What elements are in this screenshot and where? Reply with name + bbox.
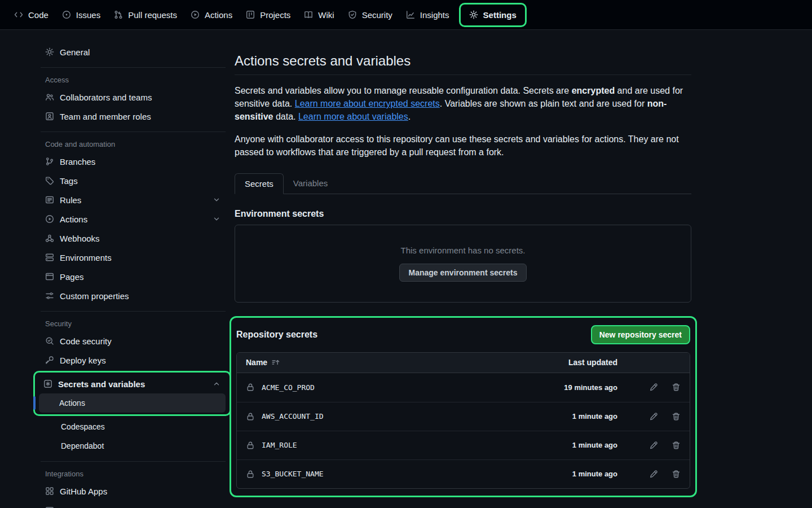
secret-name-cell: ACME_CO_PROD	[246, 383, 522, 392]
table-row: AWS_ACCOUNT_ID 1 minute ago	[237, 402, 690, 431]
environment-empty-text: This environment has no secrets.	[401, 246, 526, 255]
tab-security[interactable]: Security	[342, 5, 399, 25]
delete-secret-button[interactable]	[672, 470, 681, 479]
codescan-icon	[45, 336, 54, 345]
play-icon	[45, 214, 54, 224]
row-actions	[617, 412, 681, 421]
last-updated-column-header: Last updated	[522, 358, 617, 367]
sidebar-item-webhooks[interactable]: Webhooks	[41, 229, 226, 248]
lock-icon	[246, 383, 255, 392]
variables-link[interactable]: Learn more about variables	[298, 112, 408, 121]
sidebar-subitem-actions[interactable]: Actions	[39, 393, 226, 413]
sidebar-item-label: GitHub Apps	[60, 487, 107, 496]
sidebar-item-label: Dependabot	[61, 441, 104, 450]
tab-issues[interactable]: Issues	[56, 5, 107, 25]
sidebar-item-branches[interactable]: Branches	[41, 152, 226, 171]
sidebar-item-deploy-keys[interactable]: Deploy keys	[41, 351, 226, 370]
page-title: Actions secrets and variables	[235, 53, 691, 75]
sidebar-item-rules[interactable]: Rules	[41, 190, 226, 209]
new-repository-secret-button[interactable]: New repository secret	[591, 325, 690, 344]
encrypted-secrets-link[interactable]: Learn more about encrypted secrets	[295, 99, 440, 108]
sidebar-item-label: Environments	[60, 253, 112, 262]
book-icon	[304, 10, 313, 19]
mail-icon	[45, 506, 54, 508]
sidebar-item-label: Actions	[60, 214, 87, 224]
sidebar-item-label: Code security	[60, 336, 112, 346]
sidebar-divider	[41, 461, 226, 462]
sidebar-subitem-codespaces[interactable]: Codespaces	[41, 417, 226, 436]
tab-label: Pull requests	[128, 10, 177, 20]
sidebar-item-label: Secrets and variables	[58, 379, 145, 389]
sidebar-item-collaborators[interactable]: Collaborators and teams	[41, 87, 226, 107]
sidebar-item-label: Deploy keys	[60, 356, 106, 365]
sidebar-item-pages[interactable]: Pages	[41, 267, 226, 286]
sidebar-item-team-member-roles[interactable]: Team and member roles	[41, 107, 226, 126]
tag-icon	[45, 176, 54, 185]
code-icon	[14, 10, 23, 19]
edit-secret-button[interactable]	[649, 470, 658, 479]
sidebar-item-tags[interactable]: Tags	[41, 171, 226, 190]
sidebar-section-code-automation: Code and automation	[41, 140, 226, 148]
edit-secret-button[interactable]	[649, 383, 658, 392]
delete-secret-button[interactable]	[672, 441, 681, 450]
tab-label: Settings	[483, 10, 517, 20]
table-row: S3_BUCKET_NAME 1 minute ago	[237, 459, 690, 488]
sidebar-item-label: Tags	[60, 176, 78, 186]
sidebar-item-partial[interactable]	[41, 501, 226, 508]
repository-secrets-highlight: Repository secrets New repository secret…	[230, 316, 697, 497]
tab-projects[interactable]: Projects	[240, 5, 297, 25]
tab-label: Code	[28, 10, 48, 20]
pencil-icon	[649, 470, 658, 479]
sidebar-subitem-dependabot[interactable]: Dependabot	[41, 436, 226, 456]
pencil-icon	[649, 441, 658, 450]
settings-sidebar: General Access Collaborators and teams T…	[0, 30, 235, 508]
tab-settings[interactable]: Settings	[463, 5, 523, 25]
environment-secrets-heading: Environment secrets	[235, 209, 691, 219]
edit-secret-button[interactable]	[649, 412, 658, 421]
tab-actions[interactable]: Actions	[184, 5, 239, 25]
table-header-row: Name Last updated	[237, 353, 690, 373]
tab-wiki[interactable]: Wiki	[298, 5, 340, 25]
sidebar-item-actions[interactable]: Actions	[41, 209, 226, 229]
sidebar-item-general[interactable]: General	[41, 42, 226, 62]
tab-secrets[interactable]: Secrets	[235, 173, 284, 194]
rules-icon	[45, 195, 54, 204]
tab-pull-requests[interactable]: Pull requests	[108, 5, 183, 25]
manage-environment-secrets-button[interactable]: Manage environment secrets	[399, 264, 527, 282]
secret-name: IAM_ROLE	[262, 441, 297, 449]
browser-icon	[45, 272, 54, 281]
member-roles-icon	[45, 112, 54, 121]
sort-asc-icon	[271, 358, 280, 367]
sidebar-item-label: Team and member roles	[60, 112, 151, 121]
gear-icon	[45, 47, 54, 56]
git-branch-icon	[45, 157, 54, 166]
delete-secret-button[interactable]	[672, 412, 681, 421]
repository-secrets-table: Name Last updated ACME_CO_PROD 19 minute…	[236, 352, 690, 489]
sidebar-divider	[41, 132, 226, 132]
chevron-up-icon	[212, 379, 221, 388]
settings-tab-highlight: Settings	[459, 3, 527, 27]
secret-asterisk-icon	[43, 379, 52, 388]
pull-request-icon	[114, 10, 123, 19]
sidebar-item-github-apps[interactable]: GitHub Apps	[41, 481, 226, 501]
tab-code[interactable]: Code	[8, 5, 55, 25]
sidebar-item-secrets-and-variables[interactable]: Secrets and variables	[39, 374, 226, 393]
sidebar-item-custom-properties[interactable]: Custom properties	[41, 286, 226, 305]
lock-icon	[246, 470, 255, 479]
lock-icon	[246, 412, 255, 421]
edit-secret-button[interactable]	[649, 441, 658, 450]
secrets-and-variables-highlight: Secrets and variables Actions	[33, 371, 231, 416]
pencil-icon	[649, 412, 658, 421]
gear-icon	[469, 10, 478, 19]
sidebar-section-security: Security	[41, 319, 226, 328]
tab-label: Security	[362, 10, 392, 20]
tab-variables[interactable]: Variables	[284, 173, 337, 194]
sidebar-item-environments[interactable]: Environments	[41, 248, 226, 267]
tab-label: Projects	[260, 10, 290, 20]
last-updated: 1 minute ago	[522, 470, 617, 478]
name-column-header[interactable]: Name	[246, 358, 522, 367]
sidebar-item-code-security[interactable]: Code security	[41, 331, 226, 351]
delete-secret-button[interactable]	[672, 383, 681, 392]
graph-icon	[406, 10, 415, 19]
tab-insights[interactable]: Insights	[400, 5, 456, 25]
